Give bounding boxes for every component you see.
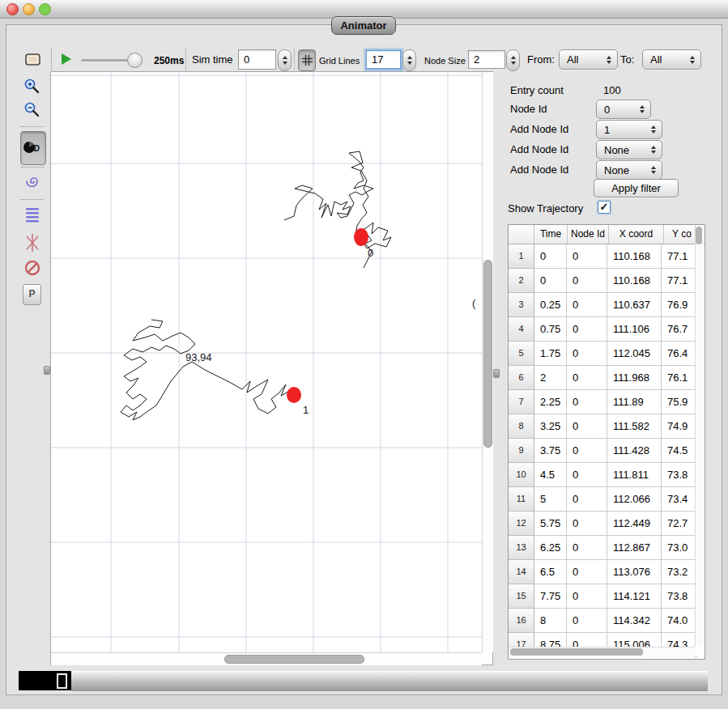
node-id-combo[interactable]: 0	[596, 100, 651, 119]
add-node-id-combo-3[interactable]: None	[596, 160, 662, 180]
packet-stats-button[interactable]	[22, 203, 43, 226]
step-up-icon	[407, 56, 412, 59]
from-combo[interactable]: All	[559, 49, 618, 70]
cell-xcoord: 111.106	[607, 317, 662, 342]
table-vscrollbar-thumb[interactable]	[696, 227, 702, 244]
sidebar-separator	[21, 126, 44, 127]
table-row[interactable]: 7 2.25 0 111.89 75.9	[509, 390, 705, 414]
cell-nodeid: 0	[567, 317, 607, 342]
add-node-id-label-1: Add Node Id	[510, 123, 568, 135]
cell-nodeid: 0	[567, 463, 607, 487]
minimize-button[interactable]	[23, 3, 35, 15]
cell-xcoord: 111.428	[607, 439, 662, 463]
cell-nodeid: 0	[567, 609, 607, 633]
cell-nodeid: 0	[567, 366, 607, 390]
packet-stats-icon	[23, 206, 41, 223]
table-row[interactable]: 6 2 0 111.968 76.1	[509, 366, 705, 390]
grid-layer	[51, 72, 482, 652]
step-down-icon	[407, 62, 412, 65]
cell-xcoord: 111.582	[607, 414, 662, 439]
cell-time: 5.75	[534, 512, 567, 536]
node-size-stepper[interactable]	[506, 49, 520, 71]
row-number: 13	[509, 536, 534, 560]
canvas-hscrollbar-thumb[interactable]	[224, 655, 364, 664]
cell-xcoord: 110.168	[607, 269, 662, 293]
p-tool-button[interactable]: P	[23, 284, 41, 305]
table-row[interactable]: 13 6.25 0 112.867 73.0	[509, 536, 705, 560]
splitter-handle-left[interactable]	[44, 366, 50, 375]
node-ellipse[interactable]	[354, 228, 368, 246]
sim-time-input[interactable]: 0	[238, 49, 276, 70]
block-button[interactable]	[22, 257, 43, 279]
step-up-icon	[511, 56, 516, 59]
table-row[interactable]: 5 1.75 0 112.045 76.4	[509, 342, 705, 366]
table-row[interactable]: 3 0.25 0 110.637 76.9	[509, 293, 705, 317]
table-row[interactable]: 14 6.5 0 113.076 73.2	[509, 560, 705, 584]
cell-time: 5	[534, 487, 567, 512]
apply-filter-button[interactable]: Apply filter	[594, 179, 679, 197]
block-icon	[22, 257, 43, 278]
cell-ycoord: 72.7	[662, 512, 697, 536]
splitter-handle-right[interactable]	[493, 369, 500, 378]
add-node-id-combo-1[interactable]: 1	[596, 120, 662, 139]
cell-nodeid: 0	[567, 342, 607, 366]
animation-canvas[interactable]: 0193,94(	[51, 72, 482, 652]
table-row[interactable]: 15 7.75 0 114.121 73.8	[509, 584, 705, 609]
cell-nodeid: 0	[567, 244, 607, 269]
canvas-vscrollbar-thumb[interactable]	[483, 260, 492, 448]
show-trajectory-checkbox[interactable]: ✓	[598, 201, 611, 214]
table-row[interactable]: 2 0 0 110.168 77.1	[509, 269, 705, 293]
sim-time-stepper[interactable]	[278, 49, 292, 71]
table-row[interactable]: 4 0.75 0 111.106 76.7	[509, 317, 705, 342]
to-combo[interactable]: All	[642, 49, 701, 70]
cell-time: 6.5	[534, 560, 567, 584]
cell-xcoord: 111.968	[607, 366, 662, 390]
node-ellipse[interactable]	[287, 387, 301, 403]
cell-ycoord: 74.9	[662, 414, 697, 439]
table-row[interactable]: 10 4.5 0 111.811 73.8	[509, 463, 705, 487]
speed-slider-thumb[interactable]	[127, 53, 143, 68]
row-number: 12	[509, 512, 534, 536]
table-row[interactable]: 16 8 0 114.342 74.0	[509, 609, 705, 633]
col-header-nodeid[interactable]: Node Id	[568, 225, 609, 244]
cell-ycoord: 73.0	[662, 536, 697, 560]
cell-xcoord: 111.89	[607, 390, 662, 414]
select-tool-button[interactable]	[22, 49, 45, 70]
node-id-button-label: ID	[32, 144, 40, 153]
cell-time: 4.5	[534, 463, 567, 487]
grid-lines-stepper[interactable]	[402, 49, 416, 71]
node-id-button[interactable]: ID	[20, 131, 46, 165]
col-header-time[interactable]: Time	[534, 225, 568, 244]
cell-xcoord: 111.811	[607, 463, 662, 487]
zoom-in-button[interactable]	[22, 76, 43, 97]
grid-lines-input[interactable]: 17	[366, 50, 401, 69]
table-row[interactable]: 8 3.25 0 111.582 74.9	[509, 414, 705, 439]
trajectory-spiral-button[interactable]	[22, 170, 43, 193]
node-size-label: Node Size	[424, 56, 466, 66]
play-button[interactable]	[62, 53, 71, 65]
node-size-input[interactable]: 2	[468, 50, 505, 69]
zoom-out-button[interactable]	[22, 100, 43, 121]
zoom-window-button[interactable]	[39, 3, 51, 15]
cell-time: 3.75	[534, 439, 567, 463]
link-off-button[interactable]	[21, 229, 44, 255]
node-id-select-label: Node Id	[510, 103, 547, 115]
timeline-groove[interactable]	[71, 671, 708, 691]
cell-nodeid: 0	[567, 536, 607, 560]
dock-tab-animator[interactable]: Animator	[331, 16, 396, 35]
col-header-rownum[interactable]	[509, 225, 534, 244]
step-down-icon	[511, 62, 516, 65]
table-row[interactable]: 1 0 0 110.168 77.1	[509, 244, 705, 269]
table-row[interactable]: 12 5.75 0 112.449 72.7	[509, 512, 705, 536]
table-vscrollbar[interactable]	[695, 225, 704, 647]
table-row[interactable]: 9 3.75 0 111.428 74.5	[509, 439, 705, 463]
scrollbar-corner	[482, 652, 492, 664]
table-row[interactable]: 11 5 0 112.066 73.4	[509, 487, 705, 512]
table-hscrollbar-thumb[interactable]	[510, 648, 643, 656]
grid-toggle-button[interactable]	[298, 49, 316, 71]
cell-ycoord: 76.1	[662, 366, 697, 390]
add-node-id-combo-2[interactable]: None	[596, 140, 662, 159]
col-header-xcoord[interactable]: X coord	[609, 225, 664, 244]
close-button[interactable]	[6, 3, 19, 15]
row-number: 15	[509, 584, 534, 609]
